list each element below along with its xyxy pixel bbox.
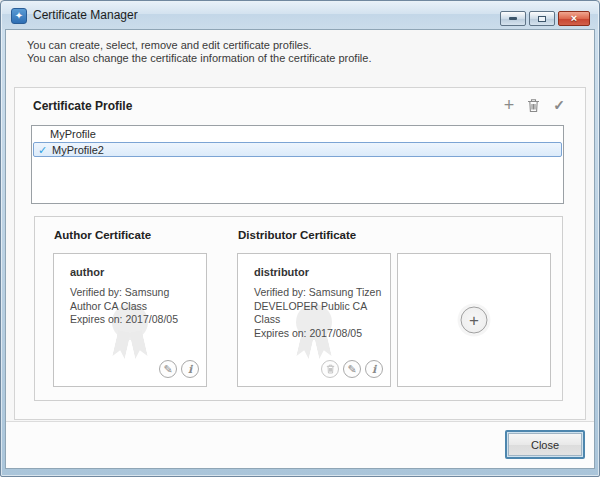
- info-icon: i: [372, 364, 376, 375]
- plus-icon: +: [469, 311, 479, 330]
- pencil-icon: ✎: [163, 364, 172, 375]
- edit-author-cert-button[interactable]: ✎: [159, 360, 177, 378]
- profile-toolbar: + ✓: [504, 97, 565, 113]
- description-line-2: You can also change the certificate info…: [27, 52, 371, 65]
- description-line-1: You can create, select, remove and edit …: [27, 39, 371, 52]
- close-icon: ×: [571, 13, 577, 24]
- profile-list-item-myprofile2-selected[interactable]: ✓ MyProfile2: [33, 142, 562, 157]
- certificate-profile-title: Certificate Profile: [33, 99, 132, 113]
- profile-name: MyProfile2: [52, 144, 104, 156]
- add-profile-button[interactable]: +: [504, 97, 515, 113]
- close-window-button[interactable]: ×: [558, 11, 590, 26]
- distributor-cert-details: Verified by: Samsung Tizen DEVELOPER Pub…: [254, 286, 382, 340]
- distributor-cert-name: distributor: [254, 266, 309, 278]
- author-certificate-card: author Verified by: Samsung Author CA Cl…: [53, 253, 207, 387]
- author-certificate-header: Author Certificate: [54, 229, 151, 241]
- distributor-certificate-header: Distributor Certificate: [238, 229, 356, 241]
- check-icon: ✓: [553, 97, 565, 113]
- pencil-icon: ✎: [347, 364, 356, 375]
- remove-profile-button[interactable]: [527, 97, 540, 113]
- profile-name: MyProfile: [50, 128, 96, 140]
- active-check-icon: ✓: [38, 143, 47, 157]
- profile-list-item-myprofile[interactable]: MyProfile: [32, 126, 563, 142]
- window-title: Certificate Manager: [33, 2, 138, 29]
- tizen-app-icon: ✦: [11, 8, 27, 24]
- trash-icon: [527, 98, 540, 113]
- plus-icon: +: [504, 98, 515, 112]
- author-card-actions: ✎ i: [159, 360, 199, 378]
- distributor-cert-expires: Expires on: 2017/08/05: [254, 327, 382, 341]
- distributor-certificate-card: distributor Verified by: Samsung Tizen D…: [237, 253, 391, 387]
- close-button-label: Close: [508, 433, 582, 456]
- maximize-button[interactable]: [529, 11, 555, 26]
- set-active-profile-button[interactable]: ✓: [553, 97, 565, 113]
- distributor-cert-verified-by: Verified by: Samsung Tizen DEVELOPER Pub…: [254, 286, 382, 327]
- dialog-content: You can create, select, remove and edit …: [5, 29, 595, 469]
- author-cert-details: Verified by: Samsung Author CA Class Exp…: [70, 286, 198, 327]
- add-certificate-card[interactable]: +: [397, 253, 551, 387]
- add-certificate-button[interactable]: +: [461, 307, 488, 334]
- distributor-cert-info-button[interactable]: i: [365, 360, 383, 378]
- title-bar: ✦ Certificate Manager ×: [2, 2, 598, 29]
- certificates-panel: Author Certificate Distributor Certifica…: [34, 216, 563, 401]
- main-panel: Certificate Profile + ✓: [14, 87, 586, 420]
- edit-distributor-cert-button[interactable]: ✎: [343, 360, 361, 378]
- distributor-card-actions: ✎ i: [321, 360, 383, 378]
- remove-distributor-cert-button[interactable]: [321, 360, 339, 378]
- author-cert-info-button[interactable]: i: [181, 360, 199, 378]
- profile-list[interactable]: MyProfile ✓ MyProfile2: [31, 125, 564, 204]
- close-button[interactable]: Close: [505, 430, 585, 459]
- author-cert-verified-by: Verified by: Samsung Author CA Class: [70, 286, 198, 313]
- author-cert-name: author: [70, 266, 104, 278]
- minimize-button[interactable]: [500, 11, 526, 26]
- author-cert-expires: Expires on: 2017/08/05: [70, 313, 198, 327]
- dialog-description: You can create, select, remove and edit …: [27, 39, 371, 65]
- minimize-icon: [509, 17, 517, 20]
- info-icon: i: [188, 364, 192, 375]
- maximize-icon: [538, 16, 546, 22]
- window-controls: ×: [500, 11, 590, 26]
- trash-icon: [326, 364, 335, 374]
- certificate-manager-window: ✦ Certificate Manager × You can create, …: [0, 0, 600, 477]
- footer-bar: Close: [6, 421, 594, 468]
